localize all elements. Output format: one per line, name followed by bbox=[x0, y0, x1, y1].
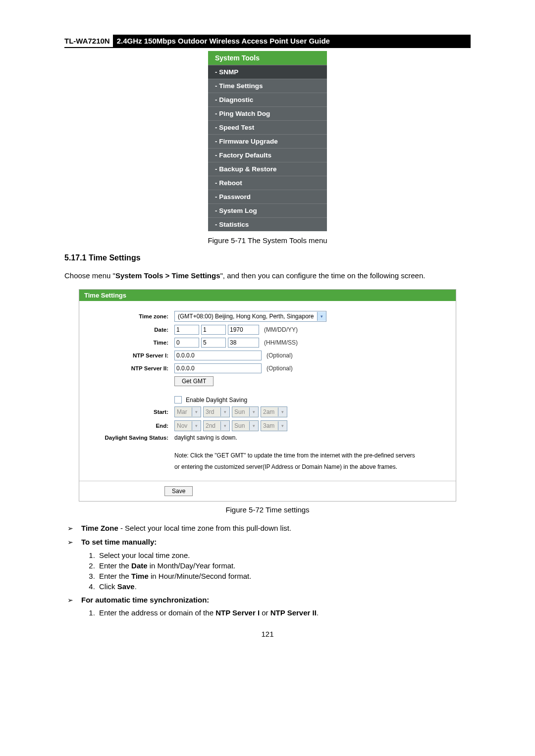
select-timezone-value: (GMT+08:00) Beijing, Hong Kong, Perth, S… bbox=[175, 313, 317, 320]
menu-item-reboot[interactable]: - Reboot bbox=[208, 176, 327, 190]
system-tools-menu: System Tools - SNMP - Time Settings - Di… bbox=[208, 51, 327, 231]
intro-text-1: Choose menu " bbox=[64, 271, 115, 280]
intro-paragraph: Choose menu "System Tools > Time Setting… bbox=[64, 270, 471, 282]
chevron-down-icon: ▾ bbox=[278, 421, 287, 430]
input-minute[interactable] bbox=[201, 338, 226, 348]
intro-menu-path: System Tools > Time Settings bbox=[115, 271, 220, 280]
checkbox-enable-ds[interactable] bbox=[174, 396, 182, 403]
chevron-down-icon: ▾ bbox=[278, 407, 287, 416]
label-ds-status: Daylight Saving Status: bbox=[89, 435, 174, 441]
chevron-down-icon: ▾ bbox=[317, 312, 326, 321]
menu-item-system-log[interactable]: - System Log bbox=[208, 203, 327, 217]
get-gmt-button[interactable]: Get GMT bbox=[174, 376, 214, 386]
menu-item-factory-defaults[interactable]: - Factory Defaults bbox=[208, 148, 327, 162]
label-end: End: bbox=[89, 423, 174, 429]
label-timezone: Time zone: bbox=[89, 313, 174, 319]
select-start-day[interactable]: Sun▾ bbox=[232, 406, 259, 417]
intro-text-2: ", and then you can configure the time o… bbox=[220, 271, 425, 280]
select-end-month[interactable]: Nov▾ bbox=[174, 420, 201, 431]
menu-item-password[interactable]: - Password bbox=[208, 190, 327, 203]
hint-ntp2: (Optional) bbox=[267, 365, 293, 372]
select-end-week[interactable]: 2nd▾ bbox=[203, 420, 230, 431]
chevron-down-icon: ▾ bbox=[192, 421, 201, 430]
doc-title: 2.4GHz 150Mbps Outdoor Wireless Access P… bbox=[113, 35, 471, 47]
page-number: 121 bbox=[64, 630, 471, 638]
bullet-tz-label: Time Zone bbox=[81, 524, 118, 532]
triangle-icon: ➢ bbox=[67, 595, 73, 606]
input-second[interactable] bbox=[228, 338, 259, 348]
section-heading: 5.17.1 Time Settings bbox=[64, 253, 471, 262]
menu-header: System Tools bbox=[208, 51, 327, 65]
chevron-down-icon: ▾ bbox=[220, 421, 229, 430]
label-start: Start: bbox=[89, 409, 174, 415]
input-ntp1[interactable] bbox=[174, 351, 262, 360]
triangle-icon: ➢ bbox=[67, 537, 73, 548]
menu-item-speed-test[interactable]: - Speed Test bbox=[208, 120, 327, 134]
input-year[interactable] bbox=[228, 325, 259, 335]
input-hour[interactable] bbox=[174, 338, 199, 348]
note-block: Note: Click the "GET GMT" to update the … bbox=[89, 444, 446, 476]
menu-item-time-settings[interactable]: - Time Settings bbox=[208, 79, 327, 93]
hint-date: (MM/DD/YY) bbox=[264, 326, 298, 333]
input-month[interactable] bbox=[174, 325, 199, 335]
step-manual-1: Select your local time zone. bbox=[97, 551, 471, 559]
model-number: TL-WA7210N bbox=[64, 35, 113, 47]
step-manual-4: Click Save. bbox=[97, 582, 471, 591]
chevron-down-icon: ▾ bbox=[249, 407, 258, 416]
menu-item-statistics[interactable]: - Statistics bbox=[208, 217, 327, 231]
menu-item-snmp[interactable]: - SNMP bbox=[208, 65, 327, 79]
select-end-hour[interactable]: 3am▾ bbox=[261, 420, 287, 431]
panel-title: Time Settings bbox=[79, 290, 456, 301]
select-start-hour[interactable]: 2am▾ bbox=[261, 406, 287, 417]
input-day[interactable] bbox=[201, 325, 226, 335]
bullet-timezone: ➢ Time Zone - Select your local time zon… bbox=[67, 523, 471, 534]
triangle-icon: ➢ bbox=[67, 523, 73, 534]
chevron-down-icon: ▾ bbox=[220, 407, 229, 416]
figure-caption-menu: Figure 5-71 The System Tools menu bbox=[64, 236, 471, 245]
value-ds-status: daylight saving is down. bbox=[174, 434, 237, 441]
note-line-2: or entering the customized server(IP Add… bbox=[174, 461, 446, 473]
hint-time: (HH/MM/SS) bbox=[264, 339, 298, 346]
menu-item-ping-watch-dog[interactable]: - Ping Watch Dog bbox=[208, 106, 327, 120]
bullet-manual-label: To set time manually: bbox=[81, 537, 157, 548]
label-time: Time: bbox=[89, 340, 174, 346]
label-ntp1: NTP Server I: bbox=[89, 353, 174, 358]
select-timezone[interactable]: (GMT+08:00) Beijing, Hong Kong, Perth, S… bbox=[174, 311, 326, 322]
bullet-auto-label: For automatic time synchronization: bbox=[81, 595, 209, 606]
steps-manual: Select your local time zone. Enter the D… bbox=[97, 551, 471, 591]
step-auto-1: Enter the address or domain of the NTP S… bbox=[97, 608, 471, 617]
input-ntp2[interactable] bbox=[174, 363, 262, 373]
chevron-down-icon: ▾ bbox=[192, 407, 201, 416]
note-line-1: Note: Click the "GET GMT" to update the … bbox=[174, 450, 446, 461]
label-enable-ds: Enable Daylight Saving bbox=[186, 397, 247, 403]
time-settings-panel: Time Settings Time zone: (GMT+08:00) Bei… bbox=[79, 289, 456, 502]
menu-item-firmware-upgrade[interactable]: - Firmware Upgrade bbox=[208, 134, 327, 148]
steps-auto: Enter the address or domain of the NTP S… bbox=[97, 608, 471, 617]
bullet-auto: ➢ For automatic time synchronization: bbox=[67, 595, 471, 606]
menu-item-backup-restore[interactable]: - Backup & Restore bbox=[208, 162, 327, 176]
label-ntp2: NTP Server II: bbox=[89, 365, 174, 371]
menu-item-diagnostic[interactable]: - Diagnostic bbox=[208, 93, 327, 106]
hint-ntp1: (Optional) bbox=[267, 352, 293, 359]
select-start-month[interactable]: Mar▾ bbox=[174, 406, 201, 417]
save-button[interactable]: Save bbox=[164, 486, 193, 496]
select-start-week[interactable]: 3rd▾ bbox=[203, 406, 230, 417]
bullet-tz-text: - Select your local time zone from this … bbox=[118, 524, 291, 532]
figure-caption-panel: Figure 5-72 Time settings bbox=[64, 505, 471, 514]
select-end-day[interactable]: Sun▾ bbox=[232, 420, 259, 431]
chevron-down-icon: ▾ bbox=[249, 421, 258, 430]
step-manual-2: Enter the Date in Month/Day/Year format. bbox=[97, 561, 471, 570]
doc-header: TL-WA7210N 2.4GHz 150Mbps Outdoor Wirele… bbox=[64, 35, 471, 48]
step-manual-3: Enter the Time in Hour/Minute/Second for… bbox=[97, 572, 471, 580]
label-date: Date: bbox=[89, 327, 174, 333]
bullet-manual: ➢ To set time manually: bbox=[67, 537, 471, 548]
